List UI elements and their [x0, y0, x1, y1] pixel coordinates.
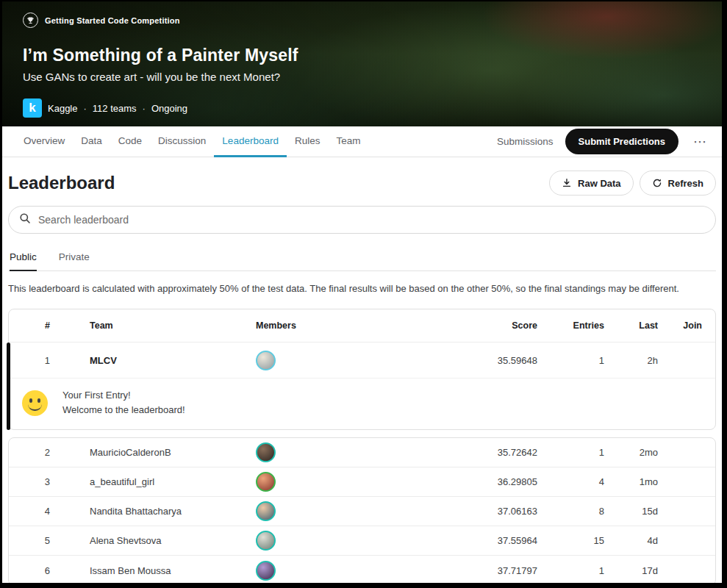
competition-org: Kaggle [48, 103, 77, 114]
download-icon [562, 178, 572, 188]
refresh-button[interactable]: Refresh [640, 171, 716, 196]
first-entry-highlight-bar [7, 343, 10, 430]
row-team-name: MauricioCalderonB [68, 447, 251, 458]
row-rank: 3 [9, 476, 68, 487]
leaderboard-table-rest: 2 MauricioCalderonB 35.72642 1 2mo 3 a_b… [8, 437, 716, 586]
leaderboard-table-top: # Team Members Score Entries Last Join 1… [8, 309, 716, 430]
col-last: Last [609, 320, 664, 331]
competition-subtitle: Use GANs to create art - will you be the… [23, 71, 722, 83]
raw-data-label: Raw Data [578, 178, 621, 189]
row-team-name: Alena Shevtsova [68, 535, 251, 546]
row-last: 4d [609, 535, 664, 546]
submissions-link[interactable]: Submissions [497, 136, 554, 147]
member-avatar[interactable] [256, 442, 276, 462]
row-last: 17d [609, 565, 664, 576]
refresh-icon [652, 178, 662, 188]
row-score: 37.06163 [451, 506, 539, 517]
row-team-name: Issam Ben Moussa [68, 565, 251, 576]
main-content: Leaderboard Raw Data Refresh [2, 171, 722, 586]
competition-title: I’m Something of a Painter Myself [23, 46, 722, 65]
row-last: 2mo [609, 447, 664, 458]
kaggle-logo: k [23, 98, 42, 118]
col-entries: Entries [539, 320, 609, 331]
tab-overview[interactable]: Overview [15, 126, 73, 157]
row-score: 37.55964 [451, 535, 539, 546]
row-score: 37.71797 [451, 565, 539, 576]
row-score: 35.59648 [451, 355, 539, 366]
leaderboard-header: Leaderboard Raw Data Refresh [8, 171, 716, 196]
row-rank: 2 [9, 447, 68, 458]
table-header-row: # Team Members Score Entries Last Join [9, 309, 715, 343]
competition-banner: Getting Started Code Competition I’m Som… [2, 1, 722, 126]
competition-status: Ongoing [151, 103, 187, 114]
search-icon [19, 212, 31, 227]
row-entries: 1 [539, 447, 609, 458]
col-rank: # [9, 320, 68, 331]
tab-private[interactable]: Private [59, 251, 90, 271]
table-row[interactable]: 5 Alena Shevtsova 37.55964 15 4d [9, 526, 715, 556]
member-avatar[interactable] [256, 501, 276, 521]
tab-data[interactable]: Data [73, 126, 110, 157]
raw-data-button[interactable]: Raw Data [549, 171, 634, 196]
row-last: 2h [609, 355, 664, 366]
tab-rules[interactable]: Rules [287, 126, 329, 157]
meta-separator: · [143, 103, 146, 114]
table-row[interactable]: 3 a_beautiful_girl 36.29805 4 1mo [9, 467, 715, 497]
meta-separator: · [83, 103, 86, 114]
tab-public[interactable]: Public [10, 251, 37, 271]
leaderboard-search [8, 206, 716, 234]
row-team-name: a_beautiful_girl [68, 476, 251, 487]
row-rank: 6 [9, 565, 68, 576]
more-options-icon[interactable]: ⋯ [690, 134, 710, 150]
first-entry-callout: Your First Entry! Welcome to the leaderb… [9, 378, 715, 429]
member-avatar[interactable] [256, 561, 276, 581]
col-members: Members [251, 320, 451, 331]
tab-code[interactable]: Code [110, 126, 150, 157]
search-input[interactable] [38, 214, 705, 226]
first-entry-line2: Welcome to the leaderboard! [62, 404, 185, 415]
row-team-name: MLCV [68, 355, 251, 366]
competition-team-count: 112 teams [93, 103, 137, 114]
refresh-label: Refresh [668, 178, 703, 189]
row-rank: 4 [9, 506, 68, 517]
tab-team[interactable]: Team [328, 126, 368, 157]
row-rank: 5 [9, 535, 68, 546]
table-row[interactable]: 1 MLCV 35.59648 1 2h [9, 343, 715, 378]
row-score: 35.72642 [451, 447, 539, 458]
leaderboard-actions: Raw Data Refresh [549, 171, 716, 196]
table-row[interactable]: 2 MauricioCalderonB 35.72642 1 2mo [9, 438, 715, 467]
table-row[interactable]: 6 Issam Ben Moussa 37.71797 1 17d [9, 556, 715, 585]
smiley-icon [22, 390, 48, 416]
row-entries: 1 [539, 355, 609, 366]
row-entries: 8 [539, 506, 609, 517]
tab-leaderboard[interactable]: Leaderboard [214, 126, 287, 157]
row-score: 36.29805 [451, 476, 539, 487]
leaderboard-view-tabs: Public Private [8, 251, 716, 271]
submit-predictions-button[interactable]: Submit Predictions [565, 129, 678, 154]
competition-category: Getting Started Code Competition [23, 1, 722, 28]
competition-nav: Overview Data Code Discussion Leaderboar… [2, 126, 722, 157]
member-avatar[interactable] [256, 531, 276, 551]
tab-discussion[interactable]: Discussion [150, 126, 214, 157]
competition-meta: k Kaggle · 112 teams · Ongoing [23, 98, 722, 118]
row-last: 15d [609, 506, 664, 517]
table-row[interactable]: 4 Nandita Bhattacharya 37.06163 8 15d [9, 497, 715, 526]
col-score: Score [451, 320, 539, 331]
window: Getting Started Code Competition I’m Som… [0, 0, 727, 588]
nav-right: Submissions Submit Predictions ⋯ [497, 126, 710, 157]
row-team-name: Nandita Bhattacharya [68, 506, 251, 517]
row-rank: 1 [9, 355, 68, 366]
col-team: Team [68, 320, 251, 331]
row-entries: 1 [539, 565, 609, 576]
row-entries: 15 [539, 535, 609, 546]
leaderboard-description: This leaderboard is calculated with appr… [8, 283, 716, 294]
competition-category-label: Getting Started Code Competition [45, 16, 180, 25]
page-title: Leaderboard [8, 173, 115, 193]
col-join: Join [664, 320, 715, 331]
row-entries: 4 [539, 476, 609, 487]
row-last: 1mo [609, 476, 664, 487]
trophy-icon [23, 12, 38, 28]
first-entry-message: Your First Entry! Welcome to the leaderb… [62, 388, 185, 417]
member-avatar[interactable] [256, 351, 276, 370]
member-avatar[interactable] [256, 472, 276, 492]
